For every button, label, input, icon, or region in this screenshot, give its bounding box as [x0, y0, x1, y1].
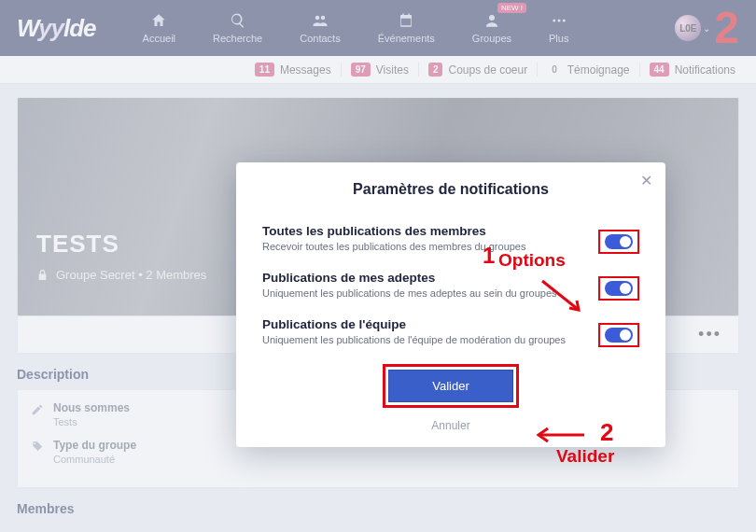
- option-all-posts-title: Toutes les publications des membres: [262, 224, 639, 238]
- modal-actions: Valider Annuler: [262, 364, 639, 432]
- cancel-button[interactable]: Annuler: [431, 419, 469, 432]
- toggle-all-posts[interactable]: [605, 234, 633, 249]
- toggle-followers[interactable]: [605, 281, 633, 296]
- toggle-team[interactable]: [605, 328, 633, 343]
- annotation-frame: Valider: [383, 364, 519, 408]
- option-followers-desc: Uniquement les publications de mes adept…: [262, 287, 639, 299]
- option-all-posts-desc: Recevoir toutes les publications des mem…: [262, 241, 639, 252]
- option-all-posts: Toutes les publications des membres Rece…: [262, 224, 639, 252]
- annotation-frame: [598, 230, 639, 254]
- notifications-settings-modal: ✕ Paramètres de notifications Toutes les…: [236, 162, 665, 447]
- close-button[interactable]: ✕: [640, 172, 652, 189]
- validate-button[interactable]: Valider: [388, 370, 513, 402]
- annotation-frame: [598, 276, 639, 301]
- modal-title: Paramètres de notifications: [262, 181, 639, 198]
- option-team-posts: Publications de l'équipe Uniquement les …: [262, 317, 639, 345]
- annotation-frame: [598, 323, 639, 347]
- option-followers-posts: Publications de mes adeptes Uniquement l…: [262, 271, 639, 299]
- option-team-title: Publications de l'équipe: [262, 317, 639, 331]
- option-team-desc: Uniquement les publications de l'équipe …: [262, 334, 639, 345]
- option-followers-title: Publications de mes adeptes: [262, 271, 639, 285]
